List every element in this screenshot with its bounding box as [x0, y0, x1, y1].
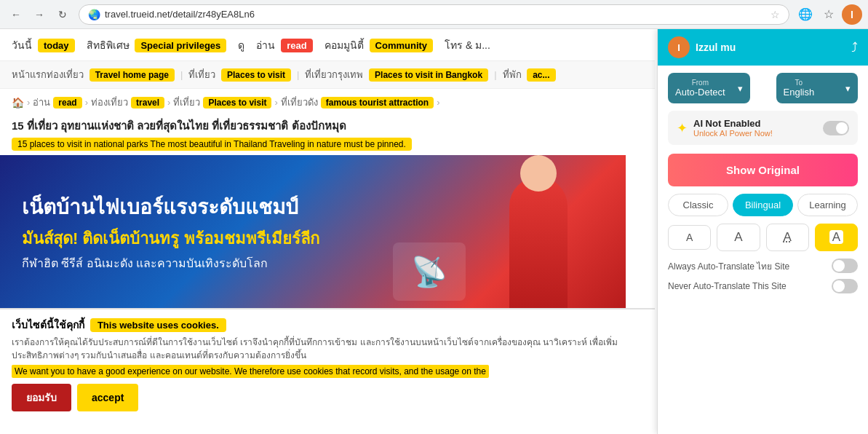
user-name: Izzul mu	[696, 42, 736, 53]
from-chevron-icon: ▾	[738, 83, 743, 94]
banner-line1: เน็ตบ้านไฟเบอร์แรงระดับแชมป์	[22, 191, 319, 223]
page-title: 15 ที่เที่ยว อุทยานแห่งชาติ ลวยที่สุดในไ…	[12, 117, 643, 135]
main-area: วันนี้ today สิทธิพิเศษ Special privileg…	[0, 29, 868, 419]
cookie-bar: เว็บไซต์นี้ใช้คุกกี้ This website uses c…	[0, 308, 655, 419]
translate-icon: 🌏	[88, 9, 100, 20]
nav-special-badge: Special privileges	[135, 39, 226, 52]
page-title-bar: 15 ที่เที่ยว อุทยานแห่งชาติ ลวยที่สุดในไ…	[0, 116, 655, 155]
banner-line3: กีฬาฮิต ซีรีส์ อนิเมะดัง และความบันเทิงร…	[22, 254, 319, 272]
font-small-icon: A	[686, 232, 693, 243]
toolbar-icons: 🌐 ☆ I	[795, 4, 862, 25]
router-icon: 📡	[411, 255, 447, 289]
page-content: วันนี้ today สิทธิพิเศษ Special privileg…	[0, 29, 868, 434]
translation-mode-row: Classic Bilingual Learning	[668, 194, 858, 216]
bilingual-mode-button[interactable]: Bilingual	[733, 194, 793, 216]
subnav-places[interactable]: ที่เที่ยว Places to visit	[188, 67, 291, 82]
never-auto-translate-label: Never Auto-Translate This Site	[668, 281, 787, 291]
bc-places[interactable]: ที่เที่ยว	[173, 95, 200, 110]
site-navigation: วันนี้ today สิทธิพิเศษ Special privileg…	[0, 29, 655, 61]
from-language-button[interactable]: From Auto-Detect ▾	[668, 73, 750, 103]
ai-toggle[interactable]	[823, 121, 849, 135]
learning-mode-button[interactable]: Learning	[797, 194, 858, 216]
forward-button[interactable]: →	[29, 4, 49, 25]
back-button[interactable]: ←	[6, 4, 26, 25]
user-avatar: I	[668, 36, 690, 58]
language-selector-row: From Auto-Detect ▾ → To English ▾	[658, 66, 868, 103]
font-size-highlight-button[interactable]: A	[815, 224, 858, 251]
accept-th-button[interactable]: ยอมรับ	[12, 384, 71, 411]
from-label-text: From	[675, 79, 725, 87]
panel-user: I Izzul mu	[668, 36, 736, 58]
bc-read[interactable]: อ่าน	[33, 95, 50, 110]
banner-person	[473, 162, 604, 308]
always-auto-translate-toggle[interactable]	[832, 259, 858, 273]
article-subtitle: 15 places to visit in national parks The…	[12, 138, 412, 151]
nav-special[interactable]: สิทธิพิเศษ Special privileges	[87, 37, 227, 53]
bc-sep-5: ›	[437, 97, 439, 108]
url-text: travel.trueid.net/detail/zr48yEA8Ln6	[105, 9, 766, 20]
subnav-bangkok[interactable]: ที่เที่ยวกรุงเทพ Places to visit in Bang…	[305, 67, 488, 82]
always-auto-translate-label: Always Auto-Translate ไทย Site	[668, 259, 789, 273]
font-size-underline-button[interactable]: A	[766, 224, 809, 251]
person-head	[520, 155, 557, 192]
banner-line2-highlight: มันส์สุด!	[22, 229, 78, 248]
accept-en-button[interactable]: accept	[77, 384, 138, 411]
bc-sep-2: ›	[85, 97, 88, 108]
ai-title: AI Not Enabled	[693, 118, 817, 129]
cookie-text-th: เราต้องการให้คุณได้รับประสบการณ์ที่ดีในก…	[12, 336, 643, 362]
translate-toolbar-icon[interactable]: 🌐	[795, 4, 816, 25]
subnav-bangkok-badge: Places to visit in Bangkok	[369, 68, 488, 82]
always-auto-translate-row: Always Auto-Translate ไทย Site	[668, 259, 858, 273]
nav-today[interactable]: วันนี้ today	[12, 37, 75, 53]
to-chevron-icon: ▾	[845, 83, 851, 94]
bc-travel-badge: travel	[131, 97, 164, 108]
sub-navigation: หน้าแรกท่องเที่ยว Travel home page | ที่…	[0, 61, 655, 89]
address-bar[interactable]: 🌏 travel.trueid.net/detail/zr48yEA8Ln6 ☆	[79, 4, 789, 25]
bc-famous[interactable]: ที่เที่ยวดัง	[281, 95, 318, 110]
home-icon[interactable]: 🏠	[12, 97, 24, 108]
nav-more[interactable]: โทร & ม...	[445, 37, 490, 53]
font-medium-icon: A	[734, 230, 742, 244]
to-value: English	[784, 87, 815, 98]
profile-avatar[interactable]: I	[842, 4, 862, 25]
share-icon[interactable]: ⤴	[851, 40, 858, 55]
nav-community[interactable]: คอมมูนิตี้ Community	[324, 37, 433, 53]
nav-read-badge: read	[281, 39, 312, 52]
person-silhouette	[509, 177, 568, 308]
bc-travel[interactable]: ท่องเที่ยว	[91, 95, 128, 110]
to-label-text: To	[784, 79, 815, 87]
show-original-button[interactable]: Show Original	[668, 154, 858, 186]
translator-panel: I Izzul mu ⤴ From Auto-Detect ▾ → To	[657, 29, 868, 434]
font-highlight-icon: A	[829, 230, 843, 244]
reload-button[interactable]: ↻	[52, 4, 73, 25]
nav-du[interactable]: ดู	[238, 37, 244, 53]
font-size-row: A A A A	[668, 224, 858, 251]
subnav-stay[interactable]: ที่พัก ac...	[503, 67, 556, 82]
never-auto-translate-toggle[interactable]	[832, 279, 858, 293]
nav-read[interactable]: อ่าน read	[256, 37, 312, 53]
font-size-small-button[interactable]: A	[668, 225, 711, 250]
nav-today-badge: today	[38, 39, 75, 52]
ai-text: AI Not Enabled Unlock AI Power Now!	[693, 118, 817, 138]
to-language-button[interactable]: To English ▾	[776, 73, 859, 103]
panel-header: I Izzul mu ⤴	[658, 29, 868, 66]
bookmark-icon: ☆	[771, 9, 780, 20]
subnav-home[interactable]: หน้าแรกท่องเที่ยว Travel home page	[12, 67, 175, 82]
arrow-icon: →	[757, 82, 769, 95]
breadcrumb: 🏠 › อ่าน read › ท่องเที่ยว travel › ที่เ…	[0, 89, 655, 116]
router-device: 📡	[393, 242, 466, 301]
ai-subtitle: Unlock AI Power Now!	[693, 129, 817, 138]
subnav-stay-badge: ac...	[527, 68, 555, 82]
nav-community-badge: Community	[370, 39, 434, 52]
ai-feature-row: ✦ AI Not Enabled Unlock AI Power Now!	[668, 111, 858, 145]
bookmark-toolbar-icon[interactable]: ☆	[819, 4, 839, 25]
never-auto-translate-row: Never Auto-Translate This Site	[668, 279, 858, 293]
subnav-home-badge: Travel home page	[89, 68, 175, 82]
from-value: Auto-Detect	[675, 87, 725, 98]
bc-sep-1: ›	[27, 97, 30, 108]
classic-mode-button[interactable]: Classic	[668, 194, 728, 216]
to-label: To English	[784, 79, 815, 98]
font-size-medium-button[interactable]: A	[717, 224, 760, 251]
banner-text: เน็ตบ้านไฟเบอร์แรงระดับแชมป์ มันส์สุด! ต…	[22, 191, 319, 272]
bc-sep-4: ›	[274, 97, 277, 108]
